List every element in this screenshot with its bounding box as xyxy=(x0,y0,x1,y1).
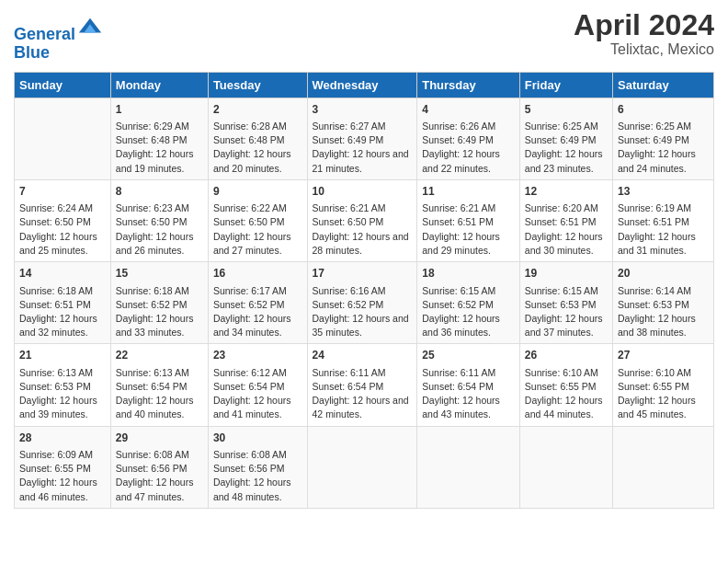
day-info: Sunrise: 6:25 AMSunset: 6:49 PMDaylight:… xyxy=(618,120,709,176)
day-info: Sunrise: 6:20 AMSunset: 6:51 PMDaylight:… xyxy=(525,201,608,258)
day-cell: 19Sunrise: 6:15 AMSunset: 6:53 PMDayligh… xyxy=(519,262,612,344)
logo-text: General xyxy=(14,14,103,44)
day-cell: 13Sunrise: 6:19 AMSunset: 6:51 PMDayligh… xyxy=(613,179,714,261)
day-cell xyxy=(307,426,417,508)
day-info: Sunrise: 6:12 AMSunset: 6:54 PMDaylight:… xyxy=(213,366,302,422)
logo-line2: Blue xyxy=(14,43,50,62)
day-number: 18 xyxy=(422,266,515,282)
day-cell: 9Sunrise: 6:22 AMSunset: 6:50 PMDaylight… xyxy=(208,179,307,261)
day-cell: 11Sunrise: 6:21 AMSunset: 6:51 PMDayligh… xyxy=(417,179,520,261)
day-number: 19 xyxy=(525,266,608,282)
day-info: Sunrise: 6:26 AMSunset: 6:49 PMDaylight:… xyxy=(422,120,515,176)
day-number: 11 xyxy=(422,184,515,200)
day-number: 3 xyxy=(313,102,413,118)
day-number: 22 xyxy=(116,348,203,363)
day-cell: 3Sunrise: 6:27 AMSunset: 6:49 PMDaylight… xyxy=(307,98,417,179)
day-info: Sunrise: 6:23 AMSunset: 6:50 PMDaylight:… xyxy=(116,201,203,258)
day-cell: 10Sunrise: 6:21 AMSunset: 6:50 PMDayligh… xyxy=(307,179,417,261)
day-info: Sunrise: 6:19 AMSunset: 6:51 PMDaylight:… xyxy=(618,201,709,258)
day-cell: 29Sunrise: 6:08 AMSunset: 6:56 PMDayligh… xyxy=(110,426,208,508)
day-number: 14 xyxy=(19,266,106,282)
day-number: 8 xyxy=(116,184,203,200)
logo-icon xyxy=(77,14,103,40)
day-cell: 5Sunrise: 6:25 AMSunset: 6:49 PMDaylight… xyxy=(519,98,612,179)
day-number: 30 xyxy=(213,431,302,446)
day-cell: 1Sunrise: 6:29 AMSunset: 6:48 PMDaylight… xyxy=(110,98,208,179)
col-header-wednesday: Wednesday xyxy=(307,72,417,98)
day-info: Sunrise: 6:25 AMSunset: 6:49 PMDaylight:… xyxy=(525,120,608,176)
day-number: 7 xyxy=(19,184,106,200)
day-info: Sunrise: 6:15 AMSunset: 6:52 PMDaylight:… xyxy=(422,284,515,340)
day-cell: 12Sunrise: 6:20 AMSunset: 6:51 PMDayligh… xyxy=(519,179,612,261)
day-cell xyxy=(15,98,111,179)
day-number: 24 xyxy=(313,348,413,363)
day-info: Sunrise: 6:08 AMSunset: 6:56 PMDaylight:… xyxy=(213,448,302,504)
col-header-thursday: Thursday xyxy=(417,72,520,98)
day-cell: 27Sunrise: 6:10 AMSunset: 6:55 PMDayligh… xyxy=(613,344,714,426)
title-block: April 2024 Telixtac, Mexico xyxy=(574,9,714,58)
day-cell: 8Sunrise: 6:23 AMSunset: 6:50 PMDaylight… xyxy=(110,179,208,261)
day-cell xyxy=(519,426,612,508)
day-cell: 22Sunrise: 6:13 AMSunset: 6:54 PMDayligh… xyxy=(110,344,208,426)
day-number: 21 xyxy=(19,348,106,363)
week-row-3: 21Sunrise: 6:13 AMSunset: 6:53 PMDayligh… xyxy=(15,344,714,426)
day-number: 25 xyxy=(422,348,515,363)
day-cell: 14Sunrise: 6:18 AMSunset: 6:51 PMDayligh… xyxy=(15,262,111,344)
day-info: Sunrise: 6:28 AMSunset: 6:48 PMDaylight:… xyxy=(213,120,302,176)
day-info: Sunrise: 6:24 AMSunset: 6:50 PMDaylight:… xyxy=(19,201,106,258)
day-number: 29 xyxy=(116,431,203,446)
day-number: 20 xyxy=(618,266,709,282)
day-number: 27 xyxy=(618,348,709,363)
header-row: SundayMondayTuesdayWednesdayThursdayFrid… xyxy=(15,72,714,98)
day-number: 9 xyxy=(213,184,302,200)
day-number: 2 xyxy=(213,102,302,118)
day-number: 28 xyxy=(19,431,106,446)
day-cell: 26Sunrise: 6:10 AMSunset: 6:55 PMDayligh… xyxy=(519,344,612,426)
day-info: Sunrise: 6:10 AMSunset: 6:55 PMDaylight:… xyxy=(525,366,608,422)
day-number: 6 xyxy=(618,102,709,118)
logo: General Blue xyxy=(14,14,103,63)
day-info: Sunrise: 6:15 AMSunset: 6:53 PMDaylight:… xyxy=(525,284,608,340)
week-row-0: 1Sunrise: 6:29 AMSunset: 6:48 PMDaylight… xyxy=(15,98,714,179)
day-cell xyxy=(613,426,714,508)
col-header-tuesday: Tuesday xyxy=(208,72,307,98)
day-number: 12 xyxy=(525,184,608,200)
day-cell: 20Sunrise: 6:14 AMSunset: 6:53 PMDayligh… xyxy=(613,262,714,344)
logo-line2-wrap: Blue xyxy=(14,44,103,63)
day-info: Sunrise: 6:17 AMSunset: 6:52 PMDaylight:… xyxy=(213,284,302,340)
day-cell: 4Sunrise: 6:26 AMSunset: 6:49 PMDaylight… xyxy=(417,98,520,179)
day-info: Sunrise: 6:08 AMSunset: 6:56 PMDaylight:… xyxy=(116,448,203,504)
day-number: 10 xyxy=(313,184,413,200)
day-number: 4 xyxy=(422,102,515,118)
day-cell: 18Sunrise: 6:15 AMSunset: 6:52 PMDayligh… xyxy=(417,262,520,344)
col-header-saturday: Saturday xyxy=(613,72,714,98)
col-header-sunday: Sunday xyxy=(15,72,111,98)
day-info: Sunrise: 6:16 AMSunset: 6:52 PMDaylight:… xyxy=(313,284,413,340)
day-info: Sunrise: 6:11 AMSunset: 6:54 PMDaylight:… xyxy=(422,366,515,422)
day-info: Sunrise: 6:13 AMSunset: 6:53 PMDaylight:… xyxy=(19,366,106,422)
day-info: Sunrise: 6:22 AMSunset: 6:50 PMDaylight:… xyxy=(213,201,302,258)
day-info: Sunrise: 6:18 AMSunset: 6:51 PMDaylight:… xyxy=(19,284,106,340)
day-info: Sunrise: 6:27 AMSunset: 6:49 PMDaylight:… xyxy=(313,120,413,176)
page-title: April 2024 xyxy=(574,9,714,41)
day-cell: 24Sunrise: 6:11 AMSunset: 6:54 PMDayligh… xyxy=(307,344,417,426)
day-info: Sunrise: 6:11 AMSunset: 6:54 PMDaylight:… xyxy=(313,366,413,422)
day-number: 15 xyxy=(116,266,203,282)
day-info: Sunrise: 6:21 AMSunset: 6:50 PMDaylight:… xyxy=(313,201,413,258)
day-cell: 21Sunrise: 6:13 AMSunset: 6:53 PMDayligh… xyxy=(15,344,111,426)
day-info: Sunrise: 6:18 AMSunset: 6:52 PMDaylight:… xyxy=(116,284,203,340)
day-cell: 2Sunrise: 6:28 AMSunset: 6:48 PMDaylight… xyxy=(208,98,307,179)
day-number: 23 xyxy=(213,348,302,363)
logo-line1: General xyxy=(14,25,75,43)
week-row-2: 14Sunrise: 6:18 AMSunset: 6:51 PMDayligh… xyxy=(15,262,714,344)
day-number: 26 xyxy=(525,348,608,363)
day-cell: 28Sunrise: 6:09 AMSunset: 6:55 PMDayligh… xyxy=(15,426,111,508)
day-cell: 16Sunrise: 6:17 AMSunset: 6:52 PMDayligh… xyxy=(208,262,307,344)
day-info: Sunrise: 6:09 AMSunset: 6:55 PMDaylight:… xyxy=(19,448,106,504)
col-header-friday: Friday xyxy=(519,72,612,98)
day-number: 1 xyxy=(116,102,203,118)
day-cell: 6Sunrise: 6:25 AMSunset: 6:49 PMDaylight… xyxy=(613,98,714,179)
day-number: 13 xyxy=(618,184,709,200)
day-cell: 17Sunrise: 6:16 AMSunset: 6:52 PMDayligh… xyxy=(307,262,417,344)
day-number: 17 xyxy=(313,266,413,282)
